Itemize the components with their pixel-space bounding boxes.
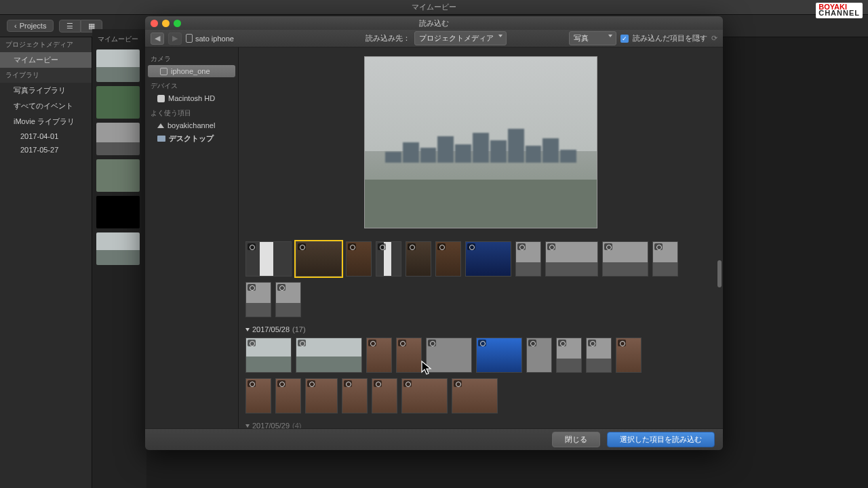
camera-icon [618, 340, 626, 346]
camera-icon [517, 243, 526, 250]
breadcrumb[interactable]: sato iphone [186, 34, 234, 43]
import-thumb[interactable] [296, 338, 362, 373]
close-button[interactable]: 閉じる [552, 432, 600, 447]
import-thumb[interactable] [396, 338, 422, 373]
camera-icon [428, 340, 436, 346]
hide-imported-checkbox[interactable]: ✓ [620, 35, 629, 43]
folder-icon [157, 136, 165, 142]
import-thumb[interactable] [616, 338, 642, 373]
import-thumb[interactable] [401, 378, 448, 413]
import-thumb[interactable] [602, 241, 648, 277]
import-thumb[interactable] [376, 241, 401, 277]
import-thumb[interactable] [545, 241, 598, 277]
camera-icon [248, 340, 256, 346]
thumbnail-grid[interactable]: 2017/05/28 (17) [239, 237, 723, 428]
source-group: よく使う項目 [145, 104, 238, 119]
back-button[interactable]: ‹ Projects [7, 20, 54, 32]
inspector-panel [732, 37, 868, 488]
media-thumb[interactable] [96, 159, 140, 192]
camera-icon [547, 243, 555, 250]
sidebar-section: プロジェクトメディア [0, 37, 92, 52]
import-thumb[interactable] [406, 241, 431, 277]
harddrive-icon [157, 95, 165, 102]
import-dialog: 読み込む ◀ ▶ sato iphone 読み込み先： プロジェクトメディア 写… [145, 16, 723, 450]
view-list-icon[interactable]: ☰ [59, 20, 81, 33]
import-thumb[interactable] [346, 241, 372, 277]
import-thumb[interactable] [556, 338, 582, 373]
camera-icon [378, 243, 386, 250]
camera-icon [528, 340, 536, 346]
app-titlebar: マイムービー [0, 0, 868, 15]
device-icon [186, 34, 193, 43]
help-icon[interactable]: ⟳ [711, 34, 717, 43]
sidebar-item[interactable]: 写真ライブラリ [0, 83, 92, 98]
import-thumb[interactable] [465, 241, 511, 277]
dialog-toolbar: ◀ ▶ sato iphone 読み込み先： プロジェクトメディア 写真 ✓ 読… [145, 30, 723, 47]
camera-icon [408, 243, 416, 250]
import-selected-button[interactable]: 選択した項目を読み込む [607, 432, 715, 447]
camera-icon [403, 380, 412, 387]
camera-icon [277, 380, 285, 387]
camera-icon [248, 243, 256, 250]
import-thumb[interactable] [245, 378, 271, 413]
home-icon [157, 123, 164, 128]
nav-forward-icon[interactable]: ▶ [168, 33, 182, 45]
sidebar-item-project[interactable]: マイムービー [0, 52, 92, 68]
import-thumb[interactable] [426, 338, 472, 373]
import-thumb[interactable] [652, 241, 678, 277]
camera-icon [348, 243, 356, 250]
sidebar-item[interactable]: iMovie ライブラリ [0, 114, 92, 129]
camera-icon [558, 340, 566, 346]
camera-icon [604, 243, 612, 250]
import-thumb[interactable] [452, 378, 498, 413]
source-item-home[interactable]: boyakichannel [145, 119, 238, 131]
date-group-header[interactable]: 2017/05/28 (17) [245, 323, 716, 338]
camera-icon [437, 243, 446, 250]
source-item-camera[interactable]: iphone_one [148, 65, 235, 77]
strip-label: マイムービー [96, 33, 142, 45]
import-thumb[interactable] [245, 338, 292, 373]
source-item-desktop[interactable]: デスクトップ [145, 131, 238, 146]
camera-icon [307, 380, 315, 387]
import-thumb[interactable] [305, 378, 338, 413]
nav-back-icon[interactable]: ◀ [151, 33, 164, 45]
camera-icon [374, 380, 382, 387]
import-thumb[interactable] [526, 338, 552, 373]
sidebar-item[interactable]: 2017-05-27 [0, 143, 92, 157]
camera-icon [398, 340, 406, 346]
import-thumb[interactable] [296, 241, 342, 277]
import-to-dropdown[interactable]: プロジェクトメディア [414, 31, 507, 45]
preview-image [364, 56, 597, 228]
import-thumb[interactable] [275, 282, 301, 317]
media-thumb[interactable] [96, 232, 140, 265]
sidebar-item[interactable]: すべてのイベント [0, 98, 92, 114]
sidebar-item[interactable]: 2017-04-01 [0, 129, 92, 143]
source-sidebar: カメラ iphone_one デバイス Macintosh HD よく使う項目 … [145, 47, 239, 428]
import-thumb[interactable] [476, 338, 522, 373]
media-thumb[interactable] [96, 196, 140, 228]
import-thumb[interactable] [275, 378, 301, 413]
phone-icon [160, 68, 167, 75]
import-thumb[interactable] [515, 241, 541, 277]
import-thumb[interactable] [372, 378, 397, 413]
camera-icon [277, 284, 285, 291]
source-group: デバイス [145, 77, 238, 92]
import-thumb[interactable] [342, 378, 368, 413]
import-thumb[interactable] [245, 282, 271, 317]
preview-area [239, 47, 723, 237]
import-thumb[interactable] [435, 241, 461, 277]
import-thumb[interactable] [366, 338, 392, 373]
scrollbar[interactable] [717, 260, 722, 287]
media-thumb[interactable] [96, 86, 140, 119]
date-group-header[interactable]: 2017/05/29 (4) [245, 419, 716, 428]
source-item-drive[interactable]: Macintosh HD [145, 92, 238, 104]
media-thumb[interactable] [96, 123, 140, 155]
import-thumb[interactable] [586, 338, 612, 373]
dialog-titlebar[interactable]: 読み込む [145, 16, 723, 30]
dialog-title: 読み込む [145, 18, 723, 28]
media-thumb[interactable] [96, 49, 140, 82]
hide-imported-label: 読み込んだ項目を隠す [633, 33, 707, 43]
camera-icon [344, 380, 352, 387]
media-filter-dropdown[interactable]: 写真 [569, 31, 616, 45]
import-thumb[interactable] [245, 241, 292, 277]
